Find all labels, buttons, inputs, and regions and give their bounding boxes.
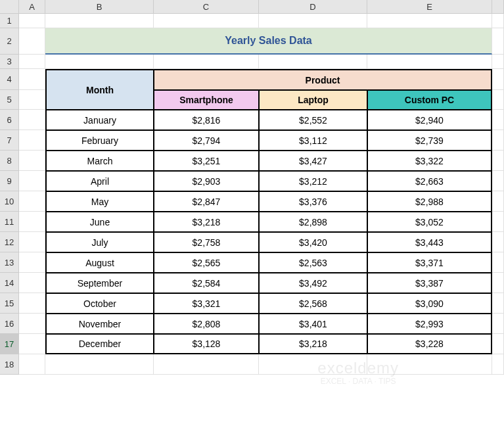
cell-month[interactable]: February [45, 130, 154, 151]
cell-month[interactable]: April [45, 171, 154, 191]
column-header-B[interactable]: B [45, 0, 154, 13]
row-header-7[interactable]: 7 [0, 130, 19, 151]
cell-empty[interactable] [19, 14, 45, 28]
cell-empty[interactable] [259, 14, 367, 28]
cell-month[interactable]: November [45, 314, 154, 334]
cell-empty[interactable] [45, 354, 154, 375]
cell-month[interactable]: January [45, 110, 154, 130]
header-custom-pc[interactable]: Custom PC [367, 90, 492, 110]
cell-smartphone[interactable]: $2,816 [154, 110, 259, 130]
cell-smartphone[interactable]: $3,128 [154, 334, 259, 354]
cell-A12[interactable] [19, 232, 45, 252]
cell-custom-pc[interactable]: $2,739 [367, 130, 492, 151]
cell-month[interactable]: May [45, 191, 154, 212]
cell-A11[interactable] [19, 212, 45, 232]
cell-empty[interactable] [259, 354, 367, 375]
cell-A4[interactable] [19, 69, 45, 90]
cell-month[interactable]: September [45, 273, 154, 293]
cell-A17[interactable] [19, 334, 45, 354]
cell-custom-pc[interactable]: $3,090 [367, 293, 492, 314]
cell-month[interactable]: June [45, 212, 154, 232]
row-header-17[interactable]: 17 [0, 334, 19, 354]
cell-empty[interactable] [367, 55, 492, 69]
cell-smartphone[interactable]: $3,251 [154, 151, 259, 171]
cell-F10[interactable] [492, 191, 504, 212]
cell-F2[interactable] [492, 28, 504, 55]
cell-F14[interactable] [492, 273, 504, 293]
cell-laptop[interactable]: $2,552 [259, 110, 367, 130]
cell-empty[interactable] [19, 354, 45, 375]
row-header-1[interactable]: 1 [0, 14, 19, 28]
cell-smartphone[interactable]: $2,565 [154, 252, 259, 273]
cell-F7[interactable] [492, 130, 504, 151]
cell-F13[interactable] [492, 252, 504, 273]
cell-A9[interactable] [19, 171, 45, 191]
cell-A10[interactable] [19, 191, 45, 212]
header-product[interactable]: Product [154, 69, 492, 90]
cell-empty[interactable] [492, 354, 504, 375]
cell-smartphone[interactable]: $2,808 [154, 314, 259, 334]
cell-F6[interactable] [492, 110, 504, 130]
cell-F12[interactable] [492, 232, 504, 252]
cell-A7[interactable] [19, 130, 45, 151]
cell-F11[interactable] [492, 212, 504, 232]
cell-custom-pc[interactable]: $3,443 [367, 232, 492, 252]
cell-laptop[interactable]: $2,568 [259, 293, 367, 314]
row-header-16[interactable]: 16 [0, 314, 19, 334]
cell-custom-pc[interactable]: $3,052 [367, 212, 492, 232]
cell-custom-pc[interactable]: $2,663 [367, 171, 492, 191]
cell-month[interactable]: October [45, 293, 154, 314]
cell-custom-pc[interactable]: $3,228 [367, 334, 492, 354]
cell-laptop[interactable]: $3,401 [259, 314, 367, 334]
column-header-C[interactable]: C [154, 0, 259, 13]
row-header-14[interactable]: 14 [0, 273, 19, 293]
cell-F8[interactable] [492, 151, 504, 171]
header-month[interactable]: Month [45, 69, 154, 110]
cell-laptop[interactable]: $3,218 [259, 334, 367, 354]
cell-smartphone[interactable]: $3,218 [154, 212, 259, 232]
cell-A16[interactable] [19, 314, 45, 334]
cell-laptop[interactable]: $3,420 [259, 232, 367, 252]
row-header-8[interactable]: 8 [0, 151, 19, 171]
cell-smartphone[interactable]: $2,847 [154, 191, 259, 212]
cell-laptop[interactable]: $2,563 [259, 252, 367, 273]
cell-empty[interactable] [259, 55, 367, 69]
row-header-5[interactable]: 5 [0, 90, 19, 110]
cell-month[interactable]: March [45, 151, 154, 171]
cell-F9[interactable] [492, 171, 504, 191]
row-header-6[interactable]: 6 [0, 110, 19, 130]
cell-smartphone[interactable]: $2,758 [154, 232, 259, 252]
cell-month[interactable]: August [45, 252, 154, 273]
row-header-18[interactable]: 18 [0, 354, 19, 375]
cell-empty[interactable] [154, 14, 259, 28]
header-laptop[interactable]: Laptop [259, 90, 367, 110]
cell-empty[interactable] [367, 354, 492, 375]
cell-A5[interactable] [19, 90, 45, 110]
cell-A8[interactable] [19, 151, 45, 171]
cell-smartphone[interactable]: $2,903 [154, 171, 259, 191]
cell-F5[interactable] [492, 90, 504, 110]
cell-smartphone[interactable]: $2,794 [154, 130, 259, 151]
row-header-11[interactable]: 11 [0, 212, 19, 232]
cell-custom-pc[interactable]: $2,988 [367, 191, 492, 212]
column-header-D[interactable]: D [259, 0, 367, 13]
row-header-10[interactable]: 10 [0, 191, 19, 212]
cell-A15[interactable] [19, 293, 45, 314]
column-header-corner[interactable] [492, 0, 504, 13]
page-title[interactable]: Yearly Sales Data [45, 28, 492, 55]
cell-A2[interactable] [19, 28, 45, 55]
cell-laptop[interactable]: $3,492 [259, 273, 367, 293]
cell-empty[interactable] [367, 14, 492, 28]
cell-laptop[interactable]: $2,898 [259, 212, 367, 232]
cell-A13[interactable] [19, 252, 45, 273]
cell-month[interactable]: December [45, 334, 154, 354]
cell-empty[interactable] [45, 55, 154, 69]
cell-custom-pc[interactable]: $2,993 [367, 314, 492, 334]
cell-custom-pc[interactable]: $3,371 [367, 252, 492, 273]
row-header-3[interactable]: 3 [0, 55, 19, 69]
cell-empty[interactable] [492, 14, 504, 28]
row-header-9[interactable]: 9 [0, 171, 19, 191]
header-smartphone[interactable]: Smartphone [154, 90, 259, 110]
cell-empty[interactable] [154, 354, 259, 375]
cell-laptop[interactable]: $3,212 [259, 171, 367, 191]
